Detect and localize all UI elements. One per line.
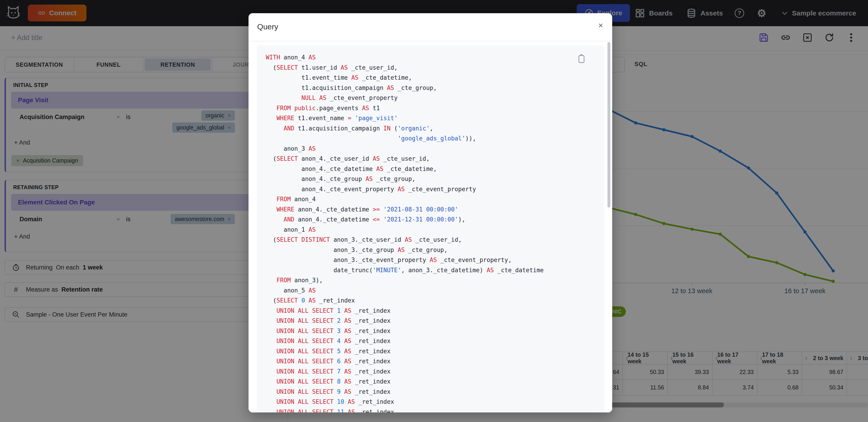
- query-modal: Query × WITH anon_4 AS (SELECT t1.user_i…: [249, 13, 612, 413]
- sql-code-block: WITH anon_4 AS (SELECT t1.user_id AS _ct…: [257, 46, 604, 413]
- copy-icon[interactable]: [578, 54, 585, 64]
- modal-divider: [249, 41, 612, 41]
- modal-title: Query: [257, 22, 278, 31]
- app-root: Connect Explore Boards Assets: [0, 0, 868, 422]
- modal-header: Query ×: [249, 13, 612, 41]
- close-icon[interactable]: ×: [598, 21, 603, 30]
- modal-scrollbar-thumb[interactable]: [608, 42, 610, 208]
- sql-code: WITH anon_4 AS (SELECT t1.user_id AS _ct…: [266, 52, 544, 413]
